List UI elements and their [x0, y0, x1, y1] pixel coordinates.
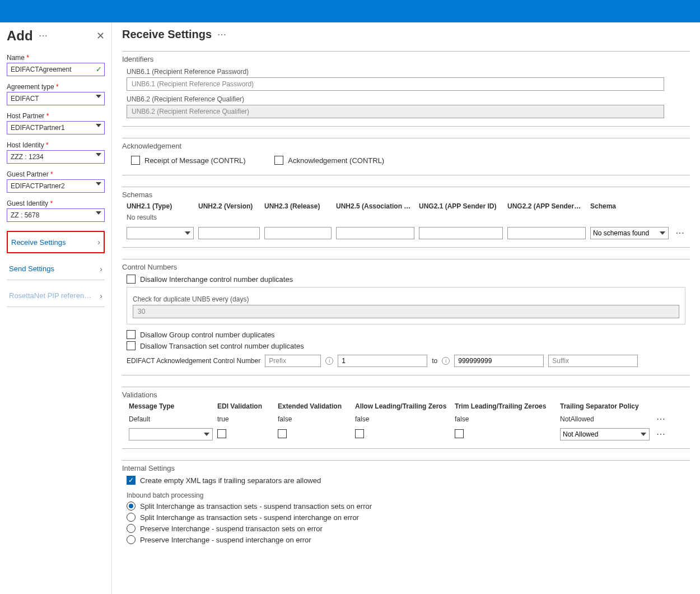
schema-col: Schema — [590, 202, 669, 210]
agreement-type-label: Agreement type — [7, 83, 105, 91]
val-col: Extended Validation — [278, 402, 351, 410]
add-more-icon[interactable]: ⋯ — [39, 31, 48, 40]
schema-appsender2-input[interactable] — [507, 227, 586, 239]
identifiers-section: Identifiers UNB6.1 (Recipient Reference … — [122, 51, 690, 127]
internal-title: Internal Settings — [122, 464, 690, 472]
schema-appsender-input[interactable] — [419, 227, 503, 239]
schema-row-more-icon[interactable]: ⋯ — [673, 229, 687, 238]
nav-rosettanet[interactable]: RosettaNet PIP referen… › — [7, 285, 105, 307]
nav-receive-label: Receive Settings — [11, 238, 66, 247]
chevron-right-icon: › — [100, 264, 102, 273]
validations-title: Validations — [122, 391, 690, 399]
blade-more-icon[interactable]: ⋯ — [217, 30, 226, 39]
schema-release-input[interactable] — [264, 227, 332, 239]
receipt-checkbox[interactable] — [131, 156, 140, 165]
nav-send-settings[interactable]: Send Settings › — [7, 258, 105, 280]
val-trim-checkbox[interactable] — [455, 429, 464, 438]
val-cell: false — [278, 415, 351, 423]
val-col: Trailing Separator Policy — [560, 402, 650, 410]
unb62-label: UNB6.2 (Recipient Reference Qualifier) — [127, 95, 690, 103]
edi-suffix-input[interactable] — [548, 355, 638, 367]
guest-partner-select[interactable] — [7, 179, 105, 193]
edi-to-label: to — [432, 357, 437, 365]
create-empty-checkbox[interactable]: ✓ — [127, 476, 136, 485]
host-identity-select[interactable] — [7, 150, 105, 164]
batch-opt-0-radio[interactable] — [127, 502, 136, 511]
guest-identity-label: Guest Identity — [7, 199, 105, 207]
validations-section: Validations Message Type EDI Validation … — [122, 387, 690, 449]
schemas-title: Schemas — [122, 191, 690, 199]
add-blade: Add ⋯ ✕ Name ✓ Agreement type Host Partn… — [0, 22, 112, 594]
name-input[interactable] — [7, 63, 105, 76]
val-col: Message Type — [129, 402, 213, 410]
name-label: Name — [7, 54, 105, 62]
batch-opt-3-radio[interactable] — [127, 535, 136, 544]
ack-label: Acknowledgement (CONTRL) — [288, 156, 384, 165]
schema-no-results: No results — [127, 214, 690, 221]
val-allow-checkbox[interactable] — [355, 429, 364, 438]
schema-col: UNG2.1 (APP Sender ID) — [419, 202, 503, 210]
schema-assoc-input[interactable] — [336, 227, 414, 239]
val-col: Allow Leading/Trailing Zeros — [355, 402, 450, 410]
val-cell: Default — [129, 415, 213, 423]
val-edi-checkbox[interactable] — [217, 429, 226, 438]
receipt-label: Receipt of Message (CONTRL) — [144, 156, 246, 165]
val-col: Trim Leading/Trailing Zeroes — [455, 402, 556, 410]
schema-col: UNH2.2 (Version) — [198, 202, 260, 210]
dup-box: Check for duplicate UNB5 every (days) — [127, 287, 685, 324]
chevron-right-icon: › — [97, 238, 100, 247]
nav-rosetta-label: RosettaNet PIP referen… — [9, 291, 91, 300]
name-field: ✓ — [7, 63, 105, 76]
edi-from-input[interactable] — [338, 355, 427, 367]
close-icon[interactable]: ✕ — [96, 30, 105, 42]
val-cell: true — [217, 415, 273, 423]
info-icon[interactable]: i — [442, 357, 450, 365]
unb62-input — [127, 105, 664, 118]
identifiers-title: Identifiers — [122, 55, 690, 63]
batch-opt-3-label: Preserve Interchange - suspend interchan… — [140, 536, 311, 544]
validation-row-more-icon[interactable]: ⋯ — [654, 415, 668, 424]
disallow-tx-checkbox[interactable] — [127, 341, 136, 350]
edi-prefix-input[interactable] — [265, 355, 321, 367]
unb61-input[interactable] — [127, 77, 664, 91]
page-title: Receive Settings — [122, 28, 212, 41]
schema-col: UNH2.1 (Type) — [127, 202, 194, 210]
schema-col: UNG2.2 (APP Sender… — [507, 202, 586, 210]
nav-receive-settings[interactable]: Receive Settings › — [7, 231, 105, 253]
agreement-type-select[interactable] — [7, 92, 105, 105]
disallow-group-checkbox[interactable] — [127, 330, 136, 339]
schema-version-input[interactable] — [198, 227, 260, 239]
info-icon[interactable]: i — [325, 357, 333, 365]
internal-section: Internal Settings ✓ Create empty XML tag… — [122, 460, 690, 554]
disallow-group-label: Disallow Group control number duplicates — [140, 331, 275, 339]
ack-checkbox[interactable] — [274, 156, 283, 165]
schema-select[interactable] — [590, 227, 669, 239]
schema-col: UNH2.5 (Association … — [336, 202, 414, 210]
batch-opt-1-radio[interactable] — [127, 513, 136, 522]
disallow-interchange-checkbox[interactable] — [127, 275, 136, 284]
add-title: Add — [7, 28, 33, 44]
schemas-section: Schemas UNH2.1 (Type) UNH2.2 (Version) U… — [122, 187, 690, 248]
host-partner-select[interactable] — [7, 121, 105, 134]
schema-type-select[interactable] — [127, 227, 194, 239]
create-empty-label: Create empty XML tags if trailing separa… — [140, 476, 321, 485]
validation-row2-more-icon[interactable]: ⋯ — [654, 430, 668, 439]
edi-ack-label: EDIFACT Acknowledgement Control Number — [127, 357, 260, 365]
val-msgtype-select[interactable] — [129, 428, 213, 440]
guest-identity-select[interactable] — [7, 208, 105, 222]
val-policy-select[interactable] — [560, 428, 650, 440]
top-brand-bar — [0, 0, 700, 22]
batch-opt-0-label: Split Interchange as transaction sets - … — [140, 502, 372, 511]
check-icon: ✓ — [96, 65, 102, 73]
val-ext-checkbox[interactable] — [278, 429, 287, 438]
unb61-label: UNB6.1 (Recipient Reference Password) — [127, 68, 690, 76]
chevron-right-icon: › — [100, 291, 102, 300]
receive-settings-blade: Receive Settings ⋯ Identifiers UNB6.1 (R… — [112, 22, 700, 594]
ack-section: Acknowledgement Receipt of Message (CONT… — [122, 138, 690, 175]
batch-opt-2-radio[interactable] — [127, 524, 136, 533]
disallow-interchange-label: Disallow Interchange control number dupl… — [140, 275, 293, 284]
batch-label: Inbound batch processing — [127, 491, 690, 499]
edi-to-input[interactable] — [454, 355, 544, 367]
val-cell: NotAllowed — [560, 415, 650, 423]
host-identity-label: Host Identity — [7, 141, 105, 149]
